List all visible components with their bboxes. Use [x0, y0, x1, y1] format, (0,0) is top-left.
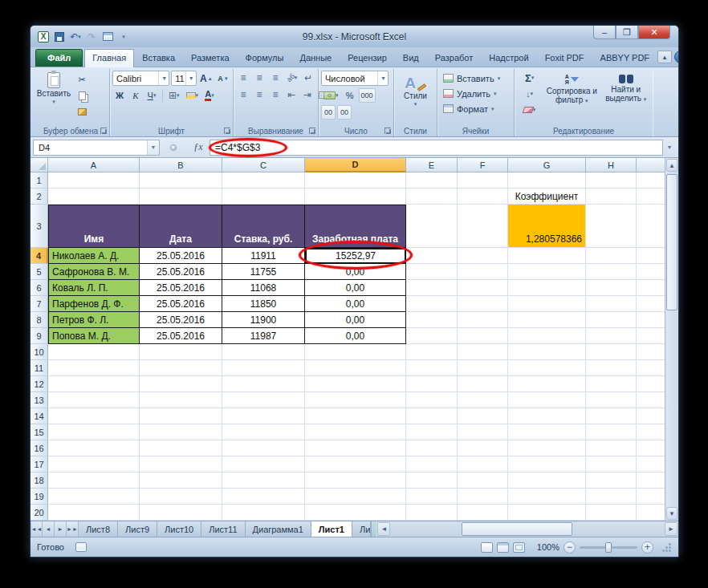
cell-A3[interactable]: Имя — [48, 205, 140, 248]
cell-D18[interactable] — [305, 472, 406, 489]
cell-D20[interactable] — [305, 505, 406, 521]
cell-B20[interactable] — [140, 505, 222, 521]
excel-logo-icon[interactable]: X — [36, 30, 51, 44]
undo-button[interactable]: ↶▾ — [68, 30, 83, 44]
select-all-button[interactable] — [31, 158, 48, 172]
cell-B1[interactable] — [140, 172, 222, 189]
cell-F1[interactable] — [458, 172, 508, 189]
cell-F17[interactable] — [458, 456, 508, 472]
cell-G4[interactable] — [508, 248, 586, 264]
cell-A1[interactable] — [48, 172, 140, 189]
cell-C19[interactable] — [222, 489, 305, 505]
row-header-6[interactable]: 6 — [31, 280, 48, 296]
cell-E8[interactable] — [406, 312, 458, 328]
cell-D7[interactable]: 0,00 — [305, 296, 406, 312]
expand-formula-bar-button[interactable]: ▼ — [663, 140, 676, 156]
ribbon-tab-recenzir[interactable]: Рецензир — [340, 49, 395, 67]
cell-F14[interactable] — [458, 408, 508, 424]
column-header-C[interactable]: C — [222, 158, 305, 172]
print-preview-button[interactable] — [100, 30, 115, 44]
cell-C17[interactable] — [222, 456, 305, 472]
cell-H1[interactable] — [586, 172, 637, 189]
cell-B19[interactable] — [140, 489, 222, 505]
row-header-9[interactable]: 9 — [31, 328, 48, 344]
cell-E4[interactable] — [406, 248, 458, 264]
align-right-button[interactable]: ≡ — [268, 87, 283, 102]
align-center-button[interactable]: ≡ — [252, 87, 267, 102]
cell-G17[interactable] — [508, 456, 586, 472]
cell-C7[interactable]: 11850 — [222, 296, 305, 312]
cell-E15[interactable] — [406, 424, 458, 440]
cell-G19[interactable] — [508, 489, 586, 505]
row-header-8[interactable]: 8 — [31, 312, 48, 328]
cell-F2[interactable] — [458, 189, 508, 205]
format-painter-button[interactable] — [75, 104, 89, 119]
borders-button[interactable]: ⊞▾ — [166, 88, 182, 103]
cell-A12[interactable] — [48, 376, 140, 392]
copy-button[interactable] — [75, 88, 89, 103]
cell-G3[interactable]: 1,280578366 — [508, 205, 586, 248]
cell-F13[interactable] — [458, 392, 508, 408]
cell-A5[interactable]: Сафронова В. М. — [48, 264, 140, 280]
cell-H8[interactable] — [586, 312, 637, 328]
cell-F15[interactable] — [458, 424, 508, 440]
row-header-13[interactable]: 13 — [31, 392, 48, 408]
cell-D2[interactable] — [305, 189, 406, 205]
cell-A19[interactable] — [48, 489, 140, 505]
cell-F8[interactable] — [458, 312, 508, 328]
cell-C16[interactable] — [222, 440, 305, 456]
cell-C2[interactable] — [222, 189, 305, 205]
sheet-nav-prev-button[interactable]: ◄ — [43, 521, 55, 537]
cell-F9[interactable] — [458, 328, 508, 344]
cell-B5[interactable]: 25.05.2016 — [140, 264, 222, 280]
cell-A18[interactable] — [48, 472, 140, 489]
cell-F19[interactable] — [458, 489, 508, 505]
cell-D8[interactable]: 0,00 — [305, 312, 406, 328]
percent-style-button[interactable]: % — [343, 88, 357, 103]
cell-H14[interactable] — [586, 408, 637, 424]
cell-E5[interactable] — [406, 264, 458, 280]
decrease-indent-button[interactable]: ⇤ — [284, 87, 299, 102]
font-family-select[interactable]: Calibri▼ — [112, 71, 169, 86]
cell-E7[interactable] — [406, 296, 458, 312]
cell-A14[interactable] — [48, 408, 140, 424]
cell-C14[interactable] — [222, 408, 305, 424]
cell-F18[interactable] — [458, 472, 508, 489]
cell-E1[interactable] — [406, 172, 458, 189]
cell-C15[interactable] — [222, 424, 305, 440]
cell-A4[interactable]: Николаев А. Д. — [48, 248, 140, 264]
shrink-font-button[interactable]: А▼ — [216, 71, 230, 86]
paste-button[interactable]: Вставить ▾ — [35, 71, 73, 107]
align-left-button[interactable]: ≡ — [236, 87, 250, 102]
cell-B4[interactable]: 25.05.2016 — [140, 248, 222, 264]
number-dialog-launcher[interactable] — [385, 128, 391, 134]
cell-D17[interactable] — [305, 456, 406, 472]
fill-button[interactable]: ↓▾ — [517, 87, 542, 101]
ribbon-tab-formuly[interactable]: Формулы — [238, 49, 292, 67]
cell-F20[interactable] — [458, 505, 508, 521]
cell-E10[interactable] — [406, 344, 458, 360]
accounting-format-button[interactable]: ▾ — [321, 88, 341, 103]
zoom-slider-thumb[interactable] — [605, 542, 612, 553]
cell-E3[interactable] — [406, 205, 458, 248]
number-format-select[interactable]: Числовой▼ — [321, 71, 389, 86]
cell-G12[interactable] — [508, 376, 586, 392]
row-header-17[interactable]: 17 — [31, 456, 48, 472]
align-middle-button[interactable]: ≡ — [252, 71, 267, 85]
cell-F16[interactable] — [458, 440, 508, 456]
zoom-level[interactable]: 100% — [534, 542, 559, 552]
cell-D1[interactable] — [305, 172, 406, 189]
cell-C13[interactable] — [222, 392, 305, 408]
cell-F7[interactable] — [458, 296, 508, 312]
cell-D16[interactable] — [305, 440, 406, 456]
cell-B8[interactable]: 25.05.2016 — [140, 312, 222, 328]
column-header-A[interactable]: A — [48, 158, 140, 172]
sheet-tab-Лист10[interactable]: Лист10 — [157, 521, 201, 537]
cell-E18[interactable] — [406, 472, 458, 489]
cell-A10[interactable] — [48, 344, 140, 360]
cell-E9[interactable] — [406, 328, 458, 344]
cell-D5[interactable]: 0,00 — [305, 264, 406, 280]
formula-input[interactable]: =C4*$G$3 — [210, 140, 663, 156]
cell-H17[interactable] — [586, 456, 637, 472]
cell-C8[interactable]: 11900 — [222, 312, 305, 328]
